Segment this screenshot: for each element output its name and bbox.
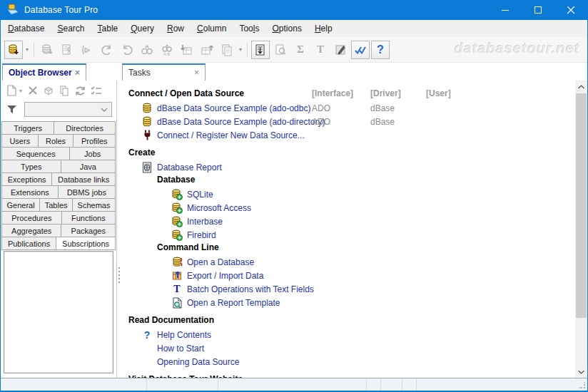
menu-search[interactable]: Search (51, 21, 91, 36)
cat-tab-extensions[interactable]: Extensions (1, 185, 59, 199)
export-to-file-button[interactable] (251, 41, 270, 59)
cat-tab-exceptions[interactable]: Exceptions (1, 172, 52, 186)
object-browser-pane: ▾ (1, 81, 117, 378)
cat-tab-general[interactable]: General (1, 198, 40, 212)
app-window: Database Tour Pro Database Search Table … (0, 0, 588, 392)
aggregate-button[interactable]: Σ (291, 41, 310, 59)
export-data-button[interactable] (198, 41, 216, 59)
task-row: Open a Database (121, 255, 575, 269)
task-link[interactable]: Database Report (157, 163, 222, 172)
maximize-button[interactable] (522, 0, 554, 20)
cat-tab-directories[interactable]: Directories (54, 121, 116, 135)
cat-tab-subscriptions[interactable]: Subscriptions (56, 237, 116, 250)
cat-tab-jobs[interactable]: Jobs (69, 147, 116, 160)
scroll-up-icon[interactable] (575, 81, 587, 93)
minimize-button[interactable] (489, 0, 522, 20)
cat-tab-roles[interactable]: Roles (38, 134, 74, 148)
cat-tab-aggregates[interactable]: Aggregates (1, 224, 61, 237)
menu-database[interactable]: Database (1, 21, 51, 36)
package-button[interactable] (41, 83, 56, 98)
cat-tab-database-links[interactable]: Database links (51, 172, 116, 186)
task-link[interactable]: Open a Database (187, 257, 254, 267)
task-link[interactable]: Help Contents (157, 330, 211, 340)
open-database-button[interactable] (4, 41, 23, 59)
cat-tab-profiles[interactable]: Profiles (73, 134, 116, 148)
task-link[interactable]: Microsoft Access (187, 203, 251, 213)
help-button[interactable]: ? (371, 41, 390, 59)
check-data-button[interactable] (351, 41, 370, 59)
run-query-button[interactable] (78, 41, 96, 59)
scrollbar-thumb[interactable] (576, 93, 587, 318)
tab-tasks[interactable]: Tasks × (122, 63, 206, 81)
delete-object-button[interactable] (25, 83, 41, 98)
cat-tab-publications[interactable]: Publications (1, 237, 56, 250)
database-add-icon (171, 202, 183, 214)
redo-button[interactable] (98, 41, 116, 59)
close-button[interactable] (554, 0, 587, 20)
edit-record-button[interactable] (331, 41, 350, 59)
properties-list-button[interactable] (88, 83, 103, 98)
cat-tab-users[interactable]: Users (1, 134, 39, 148)
new-object-button[interactable] (4, 83, 19, 98)
cat-tab-java[interactable]: Java (61, 160, 116, 173)
menu-help[interactable]: Help (308, 21, 339, 36)
cat-tab-procedures[interactable]: Procedures (1, 211, 62, 225)
statusbar (1, 378, 587, 391)
copy-dropdown[interactable]: ▾ (237, 41, 244, 59)
tab-tasks-close-icon[interactable]: × (193, 68, 201, 78)
text-icon: T (171, 284, 183, 295)
import-data-button[interactable] (178, 41, 196, 59)
cat-tab-types[interactable]: Types (1, 160, 61, 173)
cat-tab-schemas[interactable]: Schemas (72, 198, 116, 212)
cat-tab-dbms-jobs[interactable]: DBMS jobs (58, 185, 116, 199)
cat-tab-functions[interactable]: Functions (61, 211, 116, 225)
task-link[interactable]: Interbase (187, 217, 223, 227)
task-link[interactable]: Connect / Register New Data Source... (157, 130, 305, 140)
object-list[interactable] (4, 251, 113, 373)
toolbar-separator (247, 42, 248, 58)
no-icon (141, 343, 153, 354)
menu-tools[interactable]: Tools (233, 21, 265, 36)
menu-row[interactable]: Row (161, 21, 191, 36)
vertical-scrollbar[interactable] (575, 81, 587, 378)
tab-object-browser[interactable]: Object Browser × (2, 63, 86, 81)
text-operations-button[interactable]: T (311, 41, 330, 59)
cat-tab-tables[interactable]: Tables (39, 198, 73, 212)
menu-table[interactable]: Table (91, 21, 125, 36)
menu-query[interactable]: Query (124, 21, 161, 36)
close-database-button[interactable] (38, 41, 56, 59)
undo-button[interactable] (118, 41, 136, 59)
task-link[interactable]: How to Start (157, 344, 204, 354)
menu-column[interactable]: Column (191, 21, 233, 36)
copy-object-button[interactable] (56, 83, 72, 98)
app-logo-icon (6, 4, 19, 16)
print-preview-button[interactable] (271, 41, 290, 59)
task-row: Microsoft Access (121, 201, 575, 215)
filter-combobox[interactable] (24, 102, 112, 117)
replace-button[interactable]: A-B (158, 41, 176, 59)
window-title: Database Tour Pro (24, 5, 98, 15)
cat-tab-packages[interactable]: Packages (61, 224, 116, 237)
open-database-dropdown[interactable]: ▾ (24, 41, 31, 59)
cat-tab-triggers[interactable]: Triggers (1, 121, 54, 135)
menu-options[interactable]: Options (265, 21, 308, 36)
scroll-down-icon[interactable] (575, 366, 587, 378)
task-link[interactable]: Batch Operations with Text Fields (187, 284, 314, 294)
find-button[interactable] (138, 41, 156, 59)
task-link[interactable]: Firebird (187, 230, 216, 240)
task-link[interactable]: dBase Data Source Example (ado-directory… (157, 117, 325, 127)
task-link[interactable]: Export / Import Data (187, 271, 263, 281)
task-link[interactable]: Open a Report Template (187, 298, 280, 308)
filter-row (1, 99, 116, 118)
resize-grip[interactable] (579, 382, 586, 389)
task-link[interactable]: SQLite (187, 190, 213, 200)
tab-object-browser-close-icon[interactable]: × (74, 68, 81, 78)
execute-query-button[interactable] (58, 41, 76, 59)
main-area: ▾ (1, 81, 587, 378)
copy-button[interactable] (218, 41, 236, 59)
task-link[interactable]: dBase Data Source Example (ado-odbc) (157, 103, 310, 113)
refresh-button[interactable] (72, 83, 88, 98)
task-link[interactable]: Opening Data Source (157, 357, 239, 367)
cat-tab-sequences[interactable]: Sequences (1, 147, 70, 160)
new-object-dropdown[interactable]: ▾ (19, 88, 25, 94)
